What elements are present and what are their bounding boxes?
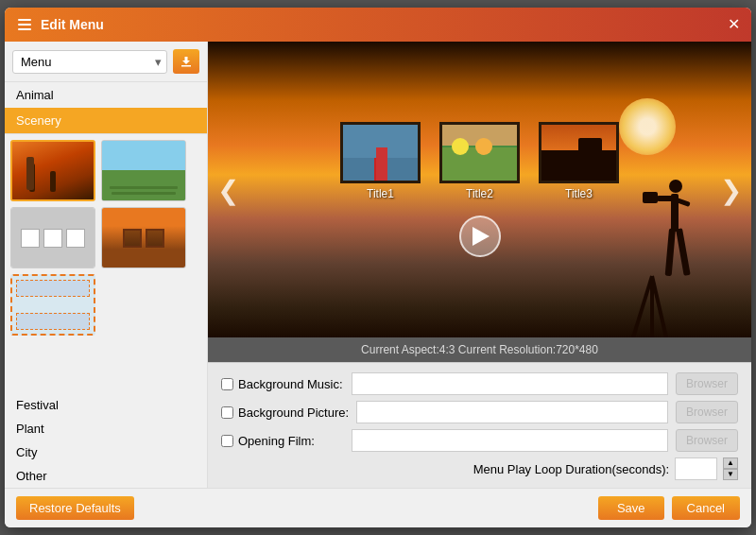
menu-list-item-animal[interactable]: Animal — [5, 82, 207, 108]
opening-film-input[interactable] — [352, 429, 668, 452]
preview-thumb-3: Title3 — [539, 122, 619, 200]
preview-title-3: Title3 — [565, 187, 593, 200]
restore-defaults-button[interactable]: Restore Defaults — [16, 496, 134, 520]
status-bar: Current Aspect:4:3 Current Resolution:72… — [208, 337, 751, 362]
loop-increment-button[interactable]: ▲ — [723, 457, 738, 469]
preview-thumb-img-1 — [340, 122, 421, 183]
nav-next-button[interactable]: ❯ — [720, 174, 742, 205]
thumbnail-dashed[interactable] — [10, 274, 95, 336]
bg-music-checkbox[interactable] — [221, 378, 233, 390]
play-button[interactable] — [459, 216, 501, 257]
thumbnail-gray-frames[interactable] — [10, 207, 95, 268]
loop-row: Menu Play Loop Duration(seconds): 30 ▲ ▼ — [221, 457, 738, 480]
download-icon — [180, 55, 193, 68]
svg-rect-2 — [18, 28, 31, 30]
title-bar: Edit Menu ✕ — [5, 8, 751, 42]
thumbnail-green[interactable] — [101, 140, 186, 201]
bg-picture-row: Background Picture: Browser — [221, 401, 738, 423]
thumbnails-area — [5, 134, 207, 393]
bg-picture-browser-button[interactable]: Browser — [676, 401, 738, 423]
thumb-row-2 — [10, 207, 201, 268]
preview-title-1: Title1 — [367, 187, 394, 200]
cancel-button[interactable]: Cancel — [672, 496, 740, 520]
bg-music-label: Background Music: — [221, 377, 344, 391]
bg-music-input[interactable] — [352, 372, 668, 395]
preview-content: Title1 Title2 — [208, 42, 751, 337]
status-text: Current Aspect:4:3 Current Resolution:72… — [361, 343, 598, 356]
extra-item-festival[interactable]: Festival — [5, 393, 207, 417]
extra-item-other[interactable]: Other — [5, 464, 207, 488]
preview-area: ❮ ❯ Title1 — [208, 42, 751, 337]
save-button[interactable]: Save — [598, 496, 664, 520]
thumbnail-strip: Title1 Title2 — [340, 122, 619, 200]
thumbnail-brown-frames[interactable] — [101, 207, 186, 268]
download-button[interactable] — [173, 49, 199, 74]
play-icon — [472, 227, 490, 246]
bg-music-browser-button[interactable]: Browser — [676, 372, 738, 395]
extra-item-plant[interactable]: Plant — [5, 417, 207, 440]
menu-dropdown[interactable]: Menu — [12, 50, 167, 74]
right-panel: ❮ ❯ Title1 — [208, 42, 751, 488]
bg-picture-label: Background Picture: — [221, 406, 349, 420]
preview-title-2: Title2 — [466, 187, 493, 200]
left-panel: Menu ▾ Animal Scenery — [5, 42, 208, 488]
menu-list: Animal Scenery — [5, 82, 207, 134]
bg-picture-input[interactable] — [356, 401, 668, 423]
svg-rect-1 — [18, 24, 31, 26]
dropdown-wrap: Menu ▾ — [12, 50, 167, 74]
menu-list-item-scenery[interactable]: Scenery — [5, 108, 207, 133]
svg-rect-3 — [181, 65, 191, 67]
edit-menu-dialog: Edit Menu ✕ Menu ▾ — [5, 8, 751, 527]
thumb-row-3 — [10, 274, 201, 336]
dialog-title: Edit Menu — [41, 17, 104, 32]
opening-film-row: Opening Film: Browser — [221, 429, 738, 452]
bg-picture-checkbox[interactable] — [221, 406, 233, 419]
title-bar-left: Edit Menu — [16, 16, 104, 33]
extra-item-city[interactable]: City — [5, 440, 207, 464]
left-top: Menu ▾ — [5, 42, 207, 82]
bg-music-row: Background Music: Browser — [221, 372, 738, 395]
loop-value-input[interactable]: 30 — [675, 457, 717, 480]
footer-bar: Restore Defaults Save Cancel — [5, 488, 751, 527]
opening-film-label: Opening Film: — [221, 434, 344, 448]
opening-film-checkbox[interactable] — [221, 435, 233, 447]
extra-items-list: Festival Plant City Other — [5, 393, 207, 488]
svg-rect-0 — [18, 19, 31, 21]
menu-icon — [16, 16, 33, 33]
loop-label: Menu Play Loop Duration(seconds): — [473, 462, 669, 476]
loop-spinner: ▲ ▼ — [723, 457, 738, 480]
thumbnail-desert[interactable] — [10, 140, 95, 201]
settings-panel: Background Music: Browser Background Pic… — [208, 362, 751, 488]
thumb-row-1 — [10, 140, 201, 201]
preview-thumb-1: Title1 — [340, 122, 421, 200]
opening-film-browser-button[interactable]: Browser — [676, 429, 738, 452]
preview-thumb-2: Title2 — [439, 122, 520, 200]
preview-thumb-img-2 — [439, 122, 520, 183]
nav-prev-button[interactable]: ❮ — [217, 174, 239, 205]
action-buttons: Save Cancel — [598, 496, 740, 520]
close-button[interactable]: ✕ — [728, 17, 740, 32]
preview-thumb-img-3 — [539, 122, 619, 183]
dialog-body: Menu ▾ Animal Scenery — [5, 42, 751, 488]
loop-decrement-button[interactable]: ▼ — [723, 469, 738, 480]
